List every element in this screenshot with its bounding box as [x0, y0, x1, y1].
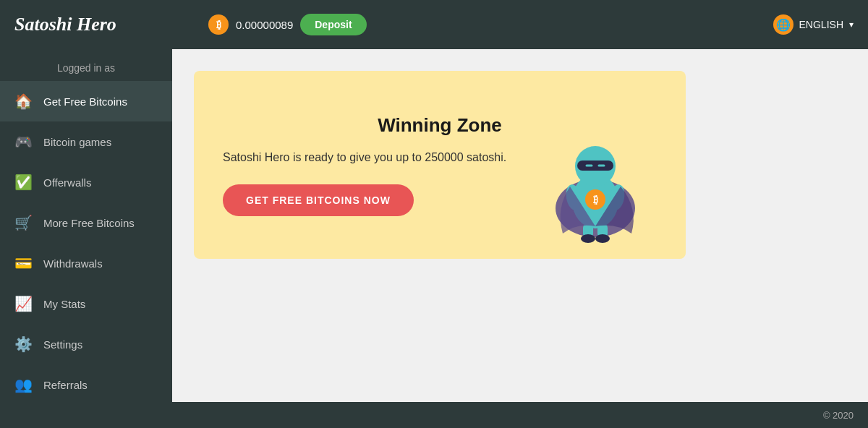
sidebar-item-settings[interactable]: ⚙️ Settings [0, 324, 172, 364]
hero-character: ₿ [548, 114, 642, 244]
language-label: ENGLISH [799, 19, 843, 30]
sidebar-item-label: My Stats [43, 298, 85, 310]
globe-icon: 🌐 [773, 14, 793, 35]
footer: © 2020 [0, 402, 868, 428]
logo: Satoshi Hero [14, 14, 187, 35]
home-icon: 🏠 [14, 93, 32, 110]
get-free-bitcoins-button[interactable]: GET FREE BITCOINS NOW [223, 184, 414, 216]
sidebar: Logged in as 🏠 Get Free Bitcoins 🎮 Bitco… [0, 49, 172, 428]
header: Satoshi Hero ₿ 0.00000089 Deposit 🌐 ENGL… [0, 0, 868, 49]
sidebar-item-label: Referrals [43, 379, 88, 391]
layout: Logged in as 🏠 Get Free Bitcoins 🎮 Bitco… [0, 49, 868, 428]
svg-point-12 [581, 234, 595, 243]
cart-icon: 🛒 [14, 214, 32, 231]
main-content: Winning Zone Satoshi Hero is ready to gi… [172, 49, 868, 428]
sidebar-item-label: Bitcoin games [43, 136, 111, 148]
sidebar-item-withdrawals[interactable]: 💳 Withdrawals [0, 243, 172, 283]
language-selector[interactable]: 🌐 ENGLISH ▾ [773, 14, 854, 35]
games-icon: 🎮 [14, 133, 32, 150]
referrals-icon: 👥 [14, 376, 32, 393]
sidebar-item-get-free-bitcoins[interactable]: 🏠 Get Free Bitcoins [0, 81, 172, 121]
sidebar-item-label: Get Free Bitcoins [43, 95, 127, 108]
svg-text:₿: ₿ [593, 194, 598, 205]
settings-icon: ⚙️ [14, 335, 32, 353]
stats-icon: 📈 [14, 295, 32, 312]
sidebar-item-label: Settings [43, 338, 82, 351]
svg-point-13 [595, 234, 610, 243]
sidebar-item-offerwalls[interactable]: ✅ Offerwalls [0, 162, 172, 202]
logged-in-label: Logged in as [0, 49, 172, 81]
balance-amount: 0.00000089 [236, 19, 293, 31]
offerwalls-icon: ✅ [14, 174, 32, 191]
sidebar-item-more-free-bitcoins[interactable]: 🛒 More Free Bitcoins [0, 202, 172, 243]
winning-zone-card: Winning Zone Satoshi Hero is ready to gi… [194, 71, 686, 259]
sidebar-item-label: More Free Bitcoins [43, 217, 135, 229]
sidebar-item-my-stats[interactable]: 📈 My Stats [0, 283, 172, 324]
sidebar-item-label: Withdrawals [43, 257, 103, 270]
sidebar-item-bitcoin-games[interactable]: 🎮 Bitcoin games [0, 121, 172, 162]
sidebar-item-referrals[interactable]: 👥 Referrals [0, 364, 172, 405]
copyright-text: © 2020 [823, 410, 854, 421]
deposit-button[interactable]: Deposit [300, 14, 366, 35]
chevron-down-icon: ▾ [849, 20, 854, 30]
sidebar-item-label: Offerwalls [43, 176, 91, 189]
svg-rect-3 [577, 160, 613, 171]
bitcoin-icon: ₿ [208, 14, 229, 35]
header-balance: ₿ 0.00000089 Deposit [208, 14, 367, 35]
wallet-icon: 💳 [14, 254, 32, 272]
